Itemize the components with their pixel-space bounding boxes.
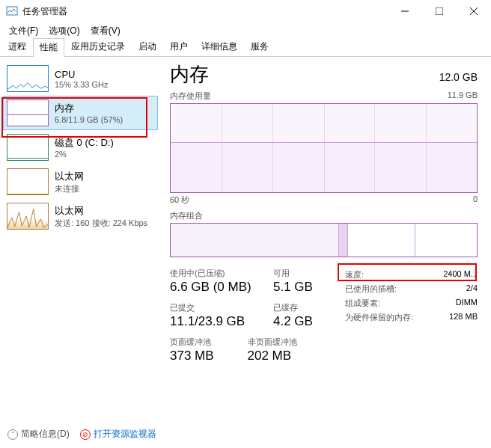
disk-sparkline	[7, 134, 49, 161]
svg-rect-2	[436, 7, 443, 15]
fewer-details-button[interactable]: ˄ 简略信息(D)	[7, 428, 70, 441]
usage-chart-label: 内存使用量	[170, 90, 211, 102]
sidebar-disk-title: 磁盘 0 (C: D:)	[55, 136, 114, 150]
resmon-icon: ⊘	[80, 429, 91, 440]
compo-inuse	[171, 224, 339, 257]
sidebar-disk-sub: 2%	[55, 150, 114, 159]
tab-users[interactable]: 用户	[163, 37, 195, 56]
nonpaged-value: 202 MB	[248, 349, 343, 363]
memory-composition-chart[interactable]	[170, 223, 478, 257]
footer: ˄ 简略信息(D) ⊘ 打开资源监视器	[7, 428, 156, 441]
speed-value: 2400 M...	[443, 269, 478, 280]
memory-total: 12.0 GB	[439, 71, 478, 83]
sidebar-eth2-title: 以太网	[55, 204, 147, 218]
tab-details[interactable]: 详细信息	[195, 37, 244, 56]
cpu-sparkline	[7, 65, 49, 92]
resmon-label: 打开资源监视器	[94, 428, 156, 441]
time-axis-end: 0	[473, 194, 478, 206]
tabs: 进程 性能 应用历史记录 启动 用户 详细信息 服务	[0, 39, 491, 57]
window-title: 任务管理器	[22, 5, 388, 18]
menu-file[interactable]: 文件(F)	[4, 23, 43, 39]
reserved-label: 为硬件保留的内存:	[345, 312, 413, 323]
tab-processes[interactable]: 进程	[1, 37, 33, 56]
tab-services[interactable]: 服务	[244, 37, 275, 56]
tab-performance[interactable]: 性能	[33, 38, 64, 57]
form-value: DIMM	[456, 298, 478, 309]
tab-app-history[interactable]: 应用历史记录	[64, 37, 132, 56]
form-label: 组成要素:	[345, 298, 380, 309]
main-title: 内存	[170, 61, 209, 88]
sidebar-memory-sub: 6.8/11.9 GB (57%)	[55, 115, 123, 124]
memory-usage-chart[interactable]	[170, 103, 478, 193]
inuse-value: 6.6 GB (0 MB)	[170, 280, 273, 295]
cached-value: 4.2 GB	[273, 314, 342, 329]
sidebar-memory-title: 内存	[55, 102, 123, 115]
ethernet1-sparkline	[7, 168, 49, 195]
slots-value: 2/4	[466, 283, 478, 295]
stats: 使用中(已压缩) 6.6 GB (0 MB) 可用 5.1 GB 已提交 11.…	[170, 268, 478, 371]
app-icon	[6, 5, 18, 17]
menu-view[interactable]: 查看(V)	[86, 23, 125, 39]
commit-label: 已提交	[170, 302, 273, 313]
menu-options[interactable]: 选项(O)	[44, 23, 84, 39]
open-resmon-button[interactable]: ⊘ 打开资源监视器	[80, 428, 156, 441]
usage-chart-max: 11.9 GB	[448, 90, 478, 102]
sidebar-cpu-sub: 15% 3.33 GHz	[55, 80, 109, 89]
commit-value: 11.1/23.9 GB	[170, 314, 273, 329]
speed-label: 速度:	[345, 269, 364, 280]
minimize-button[interactable]	[388, 0, 422, 22]
main-panel: 内存 12.0 GB 内存使用量 11.9 GB 60 秒 0 内存组合	[161, 57, 491, 423]
compo-standby	[348, 224, 415, 257]
sidebar-eth1-sub: 未连接	[55, 183, 84, 194]
fewer-details-label: 简略信息(D)	[21, 428, 70, 441]
sidebar-eth2-sub: 发送: 160 接收: 224 Kbps	[55, 218, 147, 229]
maximize-button[interactable]	[422, 0, 457, 22]
ethernet2-sparkline	[7, 203, 49, 230]
slots-label: 已使用的插槽:	[345, 283, 397, 295]
tab-startup[interactable]: 启动	[132, 37, 163, 56]
avail-label: 可用	[273, 268, 342, 279]
sidebar: CPU 15% 3.33 GHz 内存 6.8/11.9 GB (57%) 磁盘…	[0, 57, 161, 423]
memory-sparkline	[7, 99, 49, 126]
sidebar-item-ethernet-1[interactable]: 以太网 未连接	[3, 165, 158, 199]
sidebar-eth1-title: 以太网	[55, 170, 84, 183]
sidebar-item-ethernet-2[interactable]: 以太网 发送: 160 接收: 224 Kbps	[3, 199, 158, 233]
sidebar-cpu-title: CPU	[55, 69, 109, 80]
paged-value: 373 MB	[170, 349, 248, 363]
sidebar-item-disk[interactable]: 磁盘 0 (C: D:) 2%	[3, 130, 158, 165]
close-button[interactable]	[457, 0, 491, 22]
time-axis-start: 60 秒	[170, 194, 189, 206]
compo-modified	[339, 224, 348, 257]
menubar: 文件(F) 选项(O) 查看(V)	[0, 22, 491, 39]
reserved-value: 128 MB	[449, 312, 478, 323]
compo-free	[415, 224, 477, 257]
cached-label: 已缓存	[273, 302, 342, 313]
nonpaged-label: 非页面缓冲池	[248, 337, 343, 348]
paged-label: 页面缓冲池	[170, 337, 248, 348]
chevron-up-icon: ˄	[7, 429, 18, 440]
composition-label: 内存组合	[170, 210, 203, 221]
titlebar: 任务管理器	[0, 0, 491, 22]
sidebar-item-cpu[interactable]: CPU 15% 3.33 GHz	[3, 61, 158, 96]
content: CPU 15% 3.33 GHz 内存 6.8/11.9 GB (57%) 磁盘…	[0, 57, 491, 423]
inuse-label: 使用中(已压缩)	[170, 268, 273, 279]
avail-value: 5.1 GB	[273, 280, 342, 295]
sidebar-item-memory[interactable]: 内存 6.8/11.9 GB (57%)	[3, 96, 158, 130]
